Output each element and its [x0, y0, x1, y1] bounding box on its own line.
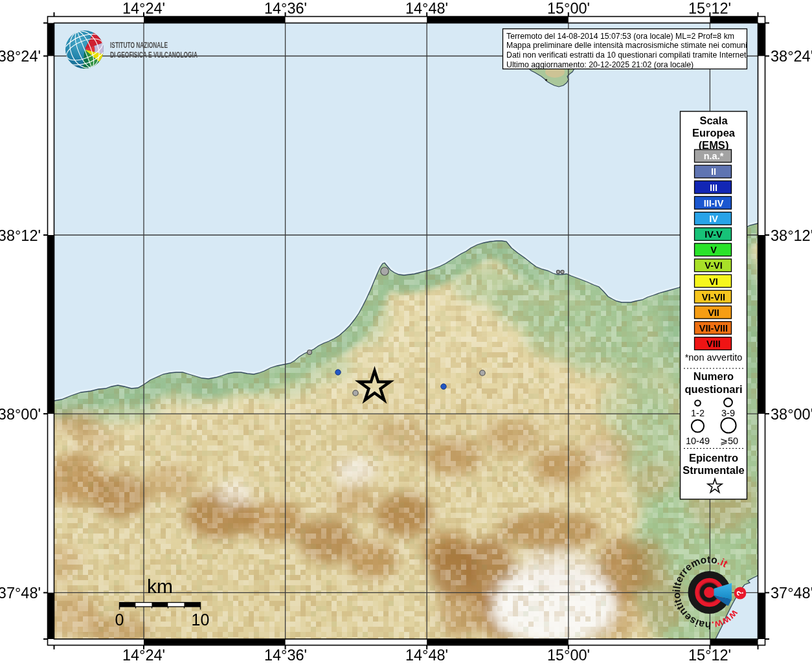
svg-text:14°48': 14°48' [405, 0, 448, 17]
svg-text:⩾50: ⩾50 [720, 436, 738, 446]
svg-text:ISTITUTO NAZIONALE: ISTITUTO NAZIONALE [110, 40, 168, 50]
svg-text:III-IV: III-IV [704, 198, 724, 208]
svg-text:Numero: Numero [694, 370, 734, 382]
svg-text:3-9: 3-9 [721, 408, 735, 418]
svg-text:14°24': 14°24' [122, 0, 165, 17]
svg-text:15°00': 15°00' [547, 647, 590, 663]
svg-text:DI GEOFISICA E VULCANOLOGIA: DI GEOFISICA E VULCANOLOGIA [110, 50, 197, 60]
svg-text:10-49: 10-49 [686, 436, 710, 446]
svg-text:Mappa preliminare delle intens: Mappa preliminare delle intensità macros… [506, 41, 747, 50]
svg-text:questionari: questionari [685, 383, 743, 395]
svg-text:14°24': 14°24' [122, 647, 165, 663]
svg-text:V: V [710, 245, 717, 255]
svg-text:38°24': 38°24' [0, 48, 41, 65]
svg-text:II: II [711, 166, 716, 177]
svg-text:VI-VII: VI-VII [702, 292, 725, 302]
svg-text:38°00': 38°00' [771, 406, 812, 423]
svg-text:15°12': 15°12' [688, 0, 731, 17]
svg-text:IV-V: IV-V [705, 229, 723, 240]
svg-text:VI: VI [709, 276, 718, 287]
svg-text:km: km [147, 576, 173, 597]
svg-text:IV: IV [709, 214, 718, 224]
svg-text:15°00': 15°00' [547, 0, 590, 17]
svg-text:*non avvertito: *non avvertito [685, 352, 743, 363]
svg-text:(EMS): (EMS) [699, 139, 729, 151]
svg-text:V-VI: V-VI [705, 260, 722, 271]
svg-text:VIII: VIII [706, 339, 721, 349]
svg-text:Epicentro: Epicentro [689, 452, 738, 464]
svg-text:38°12': 38°12' [0, 227, 41, 244]
svg-text:14°48': 14°48' [405, 647, 448, 663]
svg-text:14°36': 14°36' [264, 647, 307, 663]
svg-text:Ultimo aggiornamento: 20-12-20: Ultimo aggiornamento: 20-12-2025 21:02 (… [506, 60, 694, 69]
svg-text:38°12': 38°12' [771, 227, 812, 244]
svg-text:1-2: 1-2 [691, 408, 705, 418]
svg-text:38°00': 38°00' [0, 406, 41, 423]
svg-text:VII-VIII: VII-VIII [699, 323, 728, 333]
svg-text:37°48': 37°48' [771, 585, 812, 601]
svg-text:Scala: Scala [699, 115, 728, 126]
svg-text:III: III [710, 183, 717, 193]
svg-text:Terremoto del 14-08-2014 15:07: Terremoto del 14-08-2014 15:07:53 (ora l… [506, 32, 734, 41]
svg-text:15°12': 15°12' [688, 647, 731, 663]
svg-text:0: 0 [115, 611, 124, 629]
svg-text:VII: VII [708, 308, 719, 318]
svg-text:Strumentale: Strumentale [682, 464, 744, 476]
svg-text:n.a.*: n.a.* [704, 151, 724, 161]
svg-text:38°24': 38°24' [771, 48, 812, 65]
svg-text:37°48': 37°48' [0, 585, 41, 601]
svg-text:Europea: Europea [692, 127, 736, 139]
svg-text:10: 10 [192, 611, 210, 629]
svg-text:Dati non verificati estratti d: Dati non verificati estratti da 10 quest… [506, 51, 749, 60]
svg-text:14°36': 14°36' [264, 0, 307, 17]
